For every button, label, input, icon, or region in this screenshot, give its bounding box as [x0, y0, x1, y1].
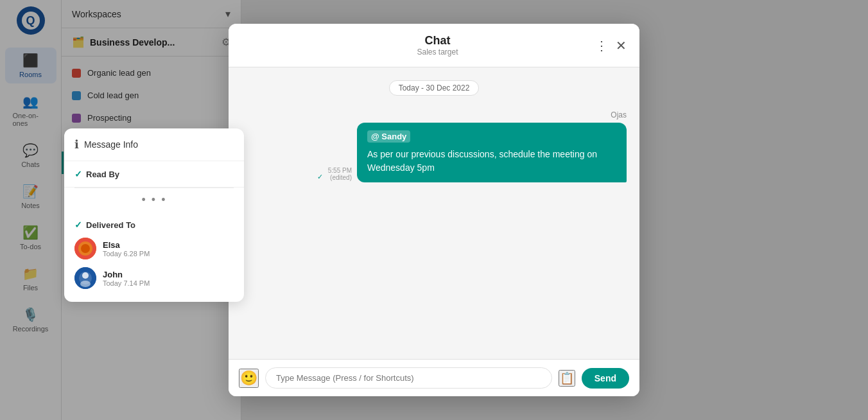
avatar-john: [74, 267, 96, 289]
message-text: As per our previous discussions, schedul…: [367, 148, 616, 175]
message-edited-label: (edited): [330, 174, 352, 181]
send-button[interactable]: Send: [582, 368, 629, 389]
mention-tag: @ Sandy: [367, 130, 410, 143]
recipient-info-john: John Today 7.14 PM: [103, 270, 234, 287]
message-bubble: @ Sandy As per our previous discussions,…: [357, 123, 627, 182]
recipient-row-john: John Today 7.14 PM: [74, 267, 234, 289]
message-sender: Ojas: [611, 110, 627, 119]
delivered-check-icon: ✓: [74, 220, 82, 230]
read-check-icon: ✓: [74, 169, 82, 179]
recipient-info-elsa: Elsa Today 6.28 PM: [103, 240, 234, 258]
recipient-row-elsa: Elsa Today 6.28 PM: [74, 238, 234, 259]
date-badge-text: Today - 30 Dec 2022: [389, 80, 480, 96]
svg-point-6: [80, 281, 91, 287]
info-icon: ℹ: [74, 137, 79, 152]
avatar-elsa: [74, 238, 96, 259]
date-badge: Today - 30 Dec 2022: [241, 80, 627, 96]
svg-point-5: [82, 272, 89, 279]
recipient-time-john: Today 7.14 PM: [103, 279, 234, 287]
chat-modal-header: Chat Sales target ⋮ ✕: [229, 24, 639, 67]
message-check-icon: ✓: [317, 173, 323, 180]
chat-close-button[interactable]: ✕: [616, 38, 627, 53]
chat-modal-subtitle: Sales target: [280, 48, 595, 57]
message-info-popup: ℹ Message Info ✓ Read By • • • ✓ Deliver…: [64, 128, 244, 302]
popup-title: Message Info: [84, 139, 138, 150]
chat-modal: Chat Sales target ⋮ ✕ Today - 30 Dec 202…: [229, 24, 639, 396]
emoji-button[interactable]: 🙂: [239, 369, 259, 388]
recipient-time-elsa: Today 6.28 PM: [103, 250, 234, 258]
chat-modal-title: Chat: [280, 34, 595, 48]
recipient-name-john: John: [103, 270, 234, 279]
chat-body: Today - 30 Dec 2022 Ojas ✓ 5:55 PM (edit…: [229, 67, 639, 359]
message-time-above: 5:55 PM: [328, 167, 352, 174]
dots-row: • • •: [64, 188, 244, 212]
loading-dots: • • •: [142, 193, 167, 207]
read-by-section: ✓ Read By: [64, 161, 244, 188]
chat-input-area: 🙂 📋 Send: [229, 359, 639, 396]
svg-point-2: [81, 244, 90, 253]
recipient-name-elsa: Elsa: [103, 240, 234, 250]
attach-button[interactable]: 📋: [559, 370, 575, 387]
message-input[interactable]: [265, 367, 552, 389]
popup-header: ℹ Message Info: [64, 128, 244, 161]
read-by-title: ✓ Read By: [74, 169, 234, 179]
delivered-section: ✓ Delivered To Elsa Today 6.28 PM: [64, 212, 244, 302]
message-row: ✓ 5:55 PM (edited) @ Sandy As per our pr…: [241, 123, 627, 182]
chat-modal-actions: ⋮ ✕: [595, 38, 627, 53]
delivered-to-title: ✓ Delivered To: [74, 220, 234, 230]
chat-more-button[interactable]: ⋮: [595, 38, 608, 53]
